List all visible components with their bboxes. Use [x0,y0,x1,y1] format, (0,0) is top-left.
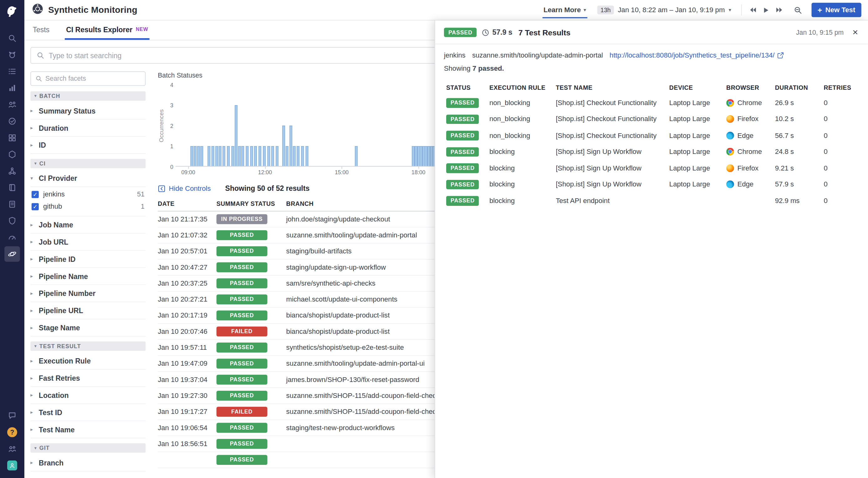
chart-bar[interactable] [227,146,230,166]
chart-bar[interactable] [286,146,289,166]
facet-group-header-ci[interactable]: ▾CI [30,159,146,168]
metrics-icon[interactable] [4,81,20,96]
chart-bar[interactable] [190,146,193,166]
help-icon[interactable]: ? [4,424,20,440]
chart-bar[interactable] [355,146,358,166]
facet-item-ci-provider[interactable]: ▾CI Provider [30,170,146,187]
facet-group-header-batch[interactable]: ▾BATCH [30,91,146,101]
chart-bar[interactable] [197,146,200,166]
chart-bar[interactable] [218,146,221,166]
support-chat-icon[interactable] [4,408,20,423]
facet-item-stage-name[interactable]: ▸Stage Name [30,319,146,337]
facet-item-job-name[interactable]: ▸Job Name [30,217,146,234]
facet-group-header-git[interactable]: ▾GIT [30,443,146,453]
chart-bar[interactable] [238,146,241,166]
chart-bar[interactable] [250,146,253,166]
column-header-test-name[interactable]: TEST NAME [556,84,669,91]
facet-item-summary-status[interactable]: ▸Summary Status [30,102,146,120]
tab-tests[interactable]: Tests [32,20,51,40]
chart-bar[interactable] [223,146,226,166]
column-header-summary-status[interactable]: SUMMARY STATUS [217,200,286,211]
facet-item-pipeline-number[interactable]: ▸Pipeline Number [30,285,146,302]
chart-bar[interactable] [200,146,204,166]
column-header-device[interactable]: DEVICE [669,84,726,91]
column-header-retries[interactable]: RETRIES [824,84,857,91]
infrastructure-icon[interactable] [4,147,20,162]
chart-bar[interactable] [194,146,196,166]
chart-bar[interactable] [258,146,261,166]
checkbox-icon[interactable]: ✓ [32,191,39,198]
facet-item-execution-rule[interactable]: ▸Execution Rule [30,353,146,370]
facet-group-header-test-result[interactable]: ▾TEST RESULT [30,342,146,351]
facet-item-pipeline-url[interactable]: ▸Pipeline URL [30,302,146,319]
skip-back-button[interactable] [747,4,758,15]
organization-icon[interactable] [4,441,20,457]
learn-more-dropdown[interactable]: Learn More ▾ [542,2,587,18]
ci-visibility-check-icon[interactable] [4,114,20,129]
chart-bar[interactable] [231,146,234,166]
facet-search[interactable] [30,71,146,86]
hide-controls-button[interactable]: Hide Controls [158,185,211,192]
chart-bar[interactable] [235,105,238,166]
test-result-row[interactable]: PASSEDblocking[Shop.ist] Sign Up Workflo… [446,144,857,160]
pipeline-link[interactable]: http://localhost:8080/job/Synthetics_tes… [610,52,784,59]
facet-option-jenkins[interactable]: ✓jenkins51 [32,188,146,200]
facet-item-fast-retries[interactable]: ▸Fast Retries [30,370,146,387]
test-result-row[interactable]: PASSEDnon_blocking[Shop.ist] Checkout Fu… [446,95,857,111]
user-avatar-icon[interactable] [4,458,20,473]
chart-bar[interactable] [283,126,285,166]
chart-bar[interactable] [263,146,266,166]
chart-bar[interactable] [289,126,292,166]
test-result-row[interactable]: PASSEDblockingTest API endpoint92.9 ms0 [446,193,857,209]
skip-forward-button[interactable] [774,4,785,15]
chart-bar[interactable] [254,146,257,166]
facet-item-test-id[interactable]: ▸Test ID [30,404,146,421]
chart-bar[interactable] [271,146,274,166]
test-result-row[interactable]: PASSEDnon_blocking[Shop.ist] Checkout Fu… [446,127,857,144]
dashboards-icon[interactable] [4,130,20,146]
chart-bar[interactable] [215,146,218,166]
close-icon[interactable]: × [851,27,859,38]
chart-bar[interactable] [242,146,244,166]
facet-item-test-name[interactable]: ▸Test Name [30,421,146,438]
security-shield-icon[interactable] [4,213,20,229]
facet-item-branch[interactable]: ▸Branch [30,454,146,471]
checkbox-icon[interactable]: ✓ [32,203,39,210]
chart-bar[interactable] [212,146,215,166]
apm-gauge-icon[interactable] [4,230,20,245]
chart-bar[interactable] [276,146,278,166]
tab-ci-results-explorer[interactable]: CI Results Explorer NEW [65,20,150,40]
time-range-picker[interactable]: 13h Jan 10, 8:22 am – Jan 10, 9:19 pm ▾ [595,4,733,16]
play-button[interactable] [761,4,771,15]
column-header-date[interactable]: DATE [158,200,217,211]
facet-option-github[interactable]: ✓github1 [32,200,146,213]
chart-bar[interactable] [267,146,270,166]
services-icon[interactable] [4,97,20,113]
facet-item-duration[interactable]: ▸Duration [30,120,146,137]
column-header-browser[interactable]: BROWSER [726,84,775,91]
facet-item-pipeline-name[interactable]: ▸Pipeline Name [30,268,146,285]
tests-list-icon[interactable] [4,64,20,79]
chart-bar[interactable] [301,146,304,166]
synthetics-icon[interactable] [4,246,20,262]
column-header-duration[interactable]: DURATION [775,84,824,91]
new-test-button[interactable]: + New Test [811,3,861,17]
chart-bar[interactable] [305,146,308,166]
datadog-logo-icon[interactable] [4,3,20,20]
zoom-out-icon[interactable] [793,4,804,15]
chart-bar[interactable] [208,146,210,166]
chart-bar[interactable] [292,146,296,166]
search-icon[interactable] [4,30,20,46]
facet-search-input[interactable] [45,75,141,83]
test-result-row[interactable]: PASSEDblocking[Shop.ist] Sign Up Workflo… [446,176,857,192]
facet-item-location[interactable]: ▸Location [30,387,146,404]
chart-bar[interactable] [297,146,300,166]
watchdog-icon[interactable] [4,47,20,63]
facet-item-job-url[interactable]: ▸Job URL [30,234,146,251]
facet-item-pipeline-id[interactable]: ▸Pipeline ID [30,251,146,268]
notebooks-icon[interactable] [4,180,20,195]
column-header-execution-rule[interactable]: EXECUTION RULE [489,84,556,91]
column-header-status[interactable]: STATUS [446,84,489,91]
logs-icon[interactable] [4,196,20,212]
facet-item-id[interactable]: ▸ID [30,137,146,154]
